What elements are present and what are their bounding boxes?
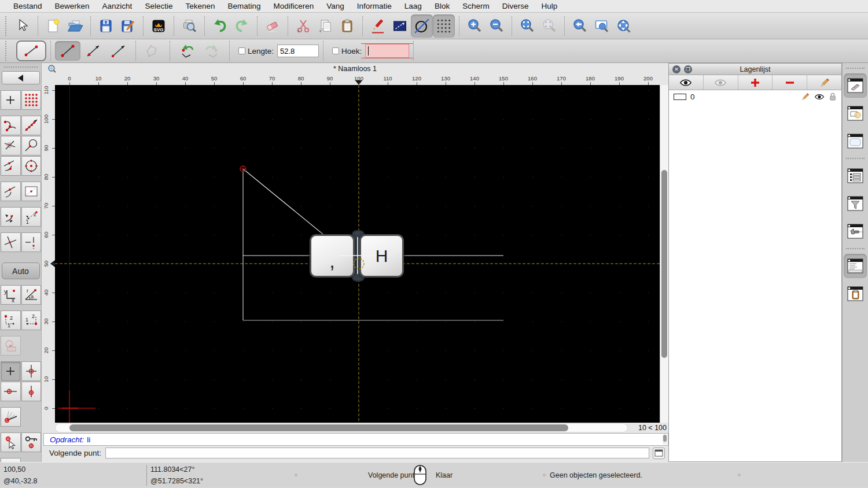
print-preview-button[interactable] (178, 14, 200, 38)
zoom-selection-button[interactable] (538, 14, 560, 38)
panel-dock-button[interactable]: ❐ (684, 65, 692, 73)
grid-toggle-button[interactable] (433, 14, 455, 38)
palette-grip[interactable] (4, 66, 38, 68)
constraint-angle-button[interactable] (1, 407, 21, 427)
snap-tangent-button[interactable] (21, 136, 42, 156)
filter-panel-button[interactable] (844, 191, 867, 216)
undo-point-button[interactable] (174, 41, 200, 61)
snap-grid-button[interactable] (21, 90, 42, 110)
delete-button[interactable] (262, 14, 284, 38)
command-input[interactable] (105, 448, 649, 459)
menu-item-bestand[interactable]: Bestand (7, 2, 49, 10)
menu-item-selectie[interactable]: Selectie (138, 2, 179, 10)
save-as-button[interactable] (117, 14, 139, 38)
line-arrow-tool-button[interactable] (106, 41, 131, 61)
spotlight-panel-button[interactable] (844, 219, 867, 243)
paste-button[interactable] (336, 14, 358, 38)
dimension-style-button[interactable] (389, 14, 411, 38)
object-info-panel-button[interactable] (844, 101, 867, 125)
clipboard-panel-button[interactable] (844, 282, 867, 306)
horizontal-scrollbar[interactable] (55, 423, 628, 432)
menu-item-diverse[interactable]: Diverse (496, 2, 535, 10)
menu-item-tekenen[interactable]: Tekenen (179, 2, 221, 10)
select-tool-button[interactable] (12, 14, 34, 38)
zoom-in-button[interactable] (464, 14, 486, 38)
zoom-window-button[interactable] (591, 14, 613, 38)
layer-color-swatch[interactable] (674, 94, 686, 100)
palette-collapse-button[interactable] (2, 71, 40, 84)
line-segment-tool-button[interactable] (55, 41, 80, 61)
new-file-button[interactable] (42, 14, 64, 38)
relative-first-point-button[interactable]: 12 (1, 310, 21, 330)
vertical-scrollbar-thumb[interactable] (661, 170, 667, 358)
zoom-out-button[interactable] (486, 14, 507, 38)
coords-cartesian-button[interactable]: yx (1, 285, 21, 305)
vertical-scrollbar[interactable] (660, 85, 668, 423)
hoek-checkbox[interactable] (332, 47, 339, 54)
undo-button[interactable] (209, 14, 231, 38)
snap-pick-button[interactable] (1, 432, 21, 452)
cut-button[interactable]: + (292, 14, 314, 38)
command-history-scrollbar[interactable] (663, 434, 667, 445)
command-history-scrollbar-thumb[interactable] (663, 435, 667, 442)
strip-grip[interactable] (846, 68, 865, 69)
relative-last-point-button[interactable]: 12 (21, 310, 42, 330)
edit-layer-button[interactable] (807, 75, 841, 90)
menu-item-laag[interactable]: Laag (398, 2, 428, 10)
draw-style-button[interactable] (367, 14, 389, 38)
command-history[interactable]: Opdracht: li (43, 433, 668, 446)
zoom-extents-button[interactable] (516, 14, 538, 38)
pan-button[interactable] (613, 14, 635, 38)
properties-panel-button[interactable] (844, 129, 867, 153)
lengte-input[interactable] (277, 45, 319, 57)
list-panel-button[interactable] (844, 164, 867, 188)
drawing-scale-icon[interactable] (47, 64, 57, 73)
redo-button[interactable] (231, 14, 253, 38)
polyline-tool-button[interactable] (140, 41, 165, 61)
constraint-vertical-button[interactable] (21, 361, 42, 381)
snap-nearest-button[interactable] (1, 182, 21, 201)
svg-export-button[interactable]: SVG (148, 14, 170, 38)
snap-extension-button[interactable] (1, 207, 21, 227)
redo-point-button[interactable] (200, 41, 225, 61)
construction-mode-button[interactable] (411, 14, 433, 38)
snap-on-object-button[interactable] (1, 156, 21, 176)
menu-item-hulp[interactable]: Hulp (535, 2, 564, 10)
coords-polar-button[interactable]: ra (21, 285, 42, 305)
menu-item-bewerken[interactable]: Bewerken (49, 2, 96, 10)
drawing-window-titlebar[interactable]: * Naamloos 1 (42, 63, 668, 75)
snap-intersection-button[interactable] (1, 136, 21, 156)
snap-object-reference-button[interactable] (1, 336, 21, 356)
show-all-layers-button[interactable] (669, 75, 704, 90)
snap-cross-button[interactable] (1, 232, 21, 252)
command-window-button[interactable] (653, 448, 665, 459)
save-button[interactable] (95, 14, 117, 38)
snap-endpoint-button[interactable] (1, 116, 21, 135)
menu-item-bemating[interactable]: Bemating (221, 2, 267, 10)
menu-item-modificeren[interactable]: Modificeren (267, 2, 321, 10)
copy-button[interactable]: + (314, 14, 336, 38)
constraint-horizontal-button[interactable] (1, 382, 21, 401)
snap-multiple-points-button[interactable] (21, 116, 42, 135)
auto-snap-button[interactable]: Auto (2, 263, 40, 279)
layer-row[interactable]: 0 (669, 90, 841, 103)
panel-close-button[interactable]: ✕ (672, 65, 681, 73)
horizontal-scrollbar-thumb[interactable] (69, 424, 568, 431)
menu-item-scherm[interactable]: Scherm (456, 2, 496, 10)
layer-edit-pencil-icon[interactable] (800, 92, 810, 102)
layer-visible-eye-icon[interactable] (814, 93, 825, 101)
drawing-canvas[interactable]: , H (55, 85, 660, 423)
snap-center-button[interactable] (21, 156, 42, 176)
constraint-free-button[interactable] (1, 361, 21, 381)
toolbar-grip[interactable] (5, 41, 9, 61)
lengte-checkbox[interactable] (238, 47, 245, 54)
layer-list-panel-button[interactable] (844, 73, 867, 98)
constraint-vertical-only-button[interactable] (21, 382, 42, 401)
zoom-previous-button[interactable] (569, 14, 591, 38)
menu-item-blok[interactable]: Blok (428, 2, 456, 10)
open-file-button[interactable] (64, 14, 86, 38)
snap-perpendicular-button[interactable] (21, 232, 42, 252)
add-layer-button[interactable] (738, 75, 773, 90)
snap-frame-button[interactable] (21, 182, 42, 201)
snap-lock-point-button[interactable] (21, 432, 42, 452)
